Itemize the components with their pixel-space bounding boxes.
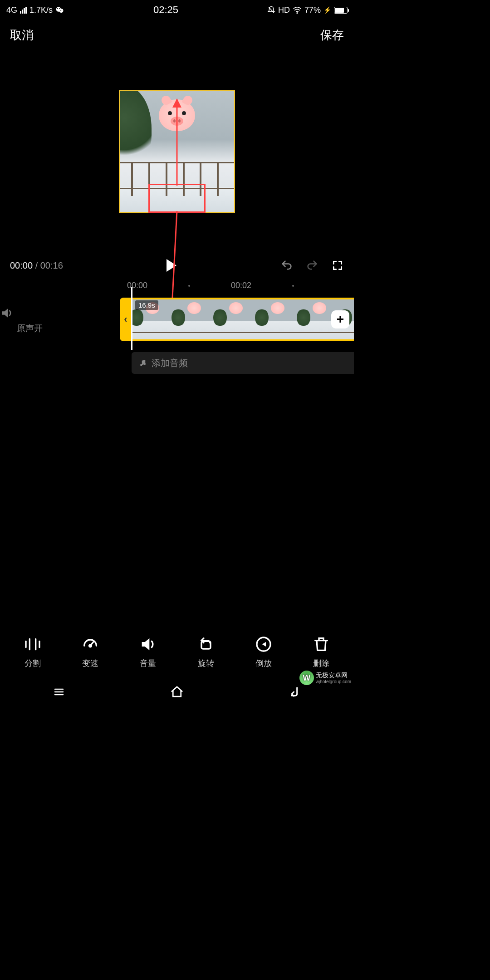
signal-icon <box>20 7 27 14</box>
svg-point-7 <box>140 364 142 366</box>
playhead[interactable] <box>131 287 132 350</box>
status-time: 02:25 <box>153 4 178 16</box>
svg-point-8 <box>144 363 146 365</box>
ruler-mark-0: 00:00 <box>127 281 147 290</box>
annotation-arrow-up <box>176 99 178 186</box>
clip-thumbnails[interactable] <box>132 298 354 341</box>
svg-point-9 <box>89 645 91 647</box>
speed-icon <box>81 635 99 653</box>
add-audio-label: 添加音频 <box>152 357 188 369</box>
video-track[interactable]: ‹ 16.9s + <box>120 295 354 344</box>
timeline[interactable]: 原声开 ‹ 16.9s + <box>0 295 354 344</box>
watermark-logo-icon: W <box>299 671 314 685</box>
ruler-mark-1: 00:02 <box>231 281 251 290</box>
ruler-dot <box>292 285 294 287</box>
watermark: W 无极安卓网 wjhotelgroup.com <box>299 671 351 685</box>
original-sound-label: 原声开 <box>0 323 59 334</box>
svg-point-1 <box>59 9 64 13</box>
time-display: 00:00 / 00:16 <box>10 260 63 271</box>
editor-top-bar: 取消 保存 <box>0 20 354 48</box>
tool-delete-label: 删除 <box>313 658 329 669</box>
svg-point-4 <box>60 10 61 11</box>
add-clip-button[interactable]: + <box>331 310 349 328</box>
network-label: 4G <box>6 5 17 15</box>
svg-point-3 <box>59 8 60 9</box>
status-left: 4G 1.7K/s <box>6 5 64 15</box>
reverse-icon <box>255 635 273 653</box>
time-current: 00:00 <box>10 260 33 270</box>
tool-reverse[interactable]: 倒放 <box>243 635 284 669</box>
time-total: 00:16 <box>40 260 63 270</box>
battery-icon <box>334 7 348 14</box>
tool-rotate[interactable]: 旋转 <box>186 635 226 669</box>
wifi-icon <box>293 6 302 14</box>
svg-point-2 <box>57 8 58 9</box>
status-bar: 4G 1.7K/s 02:25 HD 77% ⚡ <box>0 0 354 20</box>
music-note-icon <box>139 359 147 367</box>
dnd-icon <box>267 5 275 15</box>
nav-home-button[interactable] <box>169 684 185 700</box>
trash-icon <box>312 635 330 653</box>
watermark-brand: 无极安卓网 <box>316 671 348 679</box>
time-ruler: 00:00 00:02 <box>0 274 354 295</box>
cancel-button[interactable]: 取消 <box>10 27 34 43</box>
save-button[interactable]: 保存 <box>320 27 344 43</box>
tool-volume[interactable]: 音量 <box>127 635 168 669</box>
clip-left-handle[interactable]: ‹ <box>120 298 132 341</box>
add-audio-track[interactable]: 添加音频 <box>132 352 354 374</box>
data-speed: 1.7K/s <box>29 5 53 15</box>
tool-speed-label: 变速 <box>82 658 98 669</box>
fullscreen-button[interactable] <box>331 259 344 272</box>
tool-speed[interactable]: 变速 <box>70 635 111 669</box>
tool-reverse-label: 倒放 <box>255 658 272 669</box>
rotate-icon <box>197 635 215 653</box>
hd-label: HD <box>278 5 290 15</box>
battery-pct: 77% <box>304 5 321 15</box>
clip-duration-badge: 16.9s <box>135 300 158 310</box>
play-button[interactable] <box>167 259 176 272</box>
original-sound-toggle[interactable]: 原声开 <box>0 306 59 334</box>
status-right: HD 77% ⚡ <box>267 5 348 15</box>
edit-toolbar: 分割 变速 音量 旋转 倒放 删除 <box>0 631 354 676</box>
annotation-arrowhead-up <box>172 98 181 108</box>
split-icon <box>24 635 42 653</box>
undo-button[interactable] <box>280 259 293 272</box>
ruler-dot <box>188 285 190 287</box>
nav-recent-button[interactable] <box>51 684 67 700</box>
tool-split[interactable]: 分割 <box>12 635 53 669</box>
tool-rotate-label: 旋转 <box>198 658 214 669</box>
preview-area <box>0 48 354 251</box>
annotation-box <box>148 184 206 213</box>
watermark-url: wjhotelgroup.com <box>316 680 351 684</box>
tool-split-label: 分割 <box>24 658 41 669</box>
svg-point-6 <box>297 13 298 14</box>
nav-back-button[interactable] <box>287 684 303 700</box>
speaker-icon <box>0 306 14 320</box>
redo-button[interactable] <box>306 259 318 272</box>
wechat-icon <box>55 6 64 14</box>
tool-delete[interactable]: 删除 <box>301 635 342 669</box>
volume-icon <box>139 635 157 653</box>
transport-bar: 00:00 / 00:16 <box>0 251 354 274</box>
tool-volume-label: 音量 <box>140 658 156 669</box>
charging-icon: ⚡ <box>323 6 331 14</box>
svg-point-5 <box>62 10 63 11</box>
